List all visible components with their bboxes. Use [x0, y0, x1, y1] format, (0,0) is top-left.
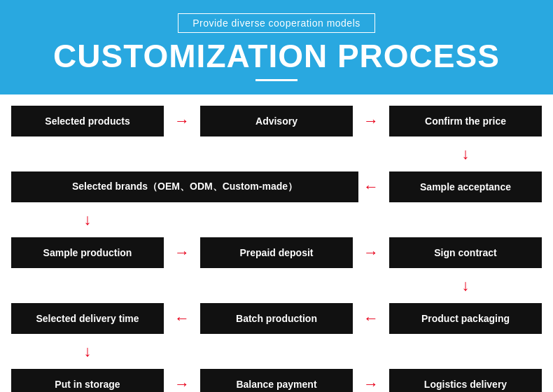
cell-r3c2: Prepaid deposit	[195, 233, 358, 272]
cell-r3-arrow2: →	[358, 233, 384, 272]
cell-arrow-spacer-6	[169, 272, 195, 299]
cell-arrow-down-3: ↓	[384, 272, 547, 299]
cell-arrow-spacer-10	[195, 338, 358, 365]
arrow-down-4: ↓	[11, 342, 164, 360]
cell-r1-arrow1: →	[169, 102, 195, 141]
arrow-left-2: ←	[175, 303, 189, 334]
header: Provide diverse cooperation models CUSTO…	[0, 0, 553, 94]
box-sign-contract: Sign contract	[389, 237, 542, 268]
cell-r1-arrow2: →	[358, 102, 384, 141]
cell-r4-arrow2: ←	[358, 299, 384, 338]
cell-r5c3: Logistics delivery	[384, 365, 547, 392]
cell-r2-arrow: ←	[358, 167, 384, 206]
box-batch-production: Batch production	[200, 303, 353, 334]
box-balance-payment: Balance payment	[200, 369, 353, 392]
arrow-left-1: ←	[364, 172, 378, 202]
box-advisory: Advisory	[200, 106, 353, 136]
cell-r1c3: Confirm the price	[384, 102, 547, 141]
cell-arrow-spacer-9	[169, 338, 195, 365]
cell-r5-arrow2: →	[358, 365, 384, 392]
cell-arrow-spacer-11	[358, 338, 384, 365]
cell-arrow-down-2: ↓	[6, 206, 169, 233]
cell-arrow-spacer-12	[384, 338, 547, 365]
cell-arrow-spacer-4	[384, 206, 547, 233]
cell-r1c2: Advisory	[195, 102, 358, 141]
cell-arrow-spacer-1	[169, 206, 195, 233]
cell-arrow-down-4: ↓	[6, 338, 169, 365]
cell-r5-arrow1: →	[169, 365, 195, 392]
arrow-right-5: →	[175, 369, 189, 392]
box-sample-production: Sample production	[11, 237, 164, 268]
cell-r3c3: Sign contract	[384, 233, 547, 272]
box-selected-delivery-time: Selected delivery time	[11, 303, 164, 334]
cell-r4c3: Product packaging	[384, 299, 547, 338]
cell-arrow-down-1: ↓	[384, 141, 547, 167]
cell-r2c3: Sample acceptance	[384, 167, 547, 206]
arrow-down-1: ↓	[389, 145, 542, 163]
arrow-right-4: →	[364, 237, 378, 268]
cell-arrow-spacer-8	[358, 272, 384, 299]
arrow-down-3: ↓	[389, 276, 542, 295]
box-put-in-storage: Put in storage	[11, 369, 164, 392]
cell-r2-wide: Selected brands（OEM、ODM、Custom-made）	[6, 167, 358, 206]
cell-arrow-spacer-3	[358, 206, 384, 233]
title-underline	[255, 79, 298, 81]
cell-r5c1: Put in storage	[6, 365, 169, 392]
main-title: CUSTOMIZATION PROCESS	[53, 38, 500, 74]
box-selected-products: Selected products	[11, 106, 164, 136]
cell-r1c1: Selected products	[6, 102, 169, 141]
flow-grid: Selected products → Advisory → Confirm t…	[6, 102, 547, 392]
cell-r4c1: Selected delivery time	[6, 299, 169, 338]
box-confirm-price: Confirm the price	[389, 106, 542, 136]
subtitle-box: Provide diverse cooperation models	[178, 13, 375, 33]
cell-r5c2: Balance payment	[195, 365, 358, 392]
cell-r4-arrow1: ←	[169, 299, 195, 338]
arrow-right-6: →	[364, 369, 378, 392]
box-sample-acceptance: Sample acceptance	[389, 172, 542, 202]
arrow-right-1: →	[175, 106, 189, 136]
arrow-right-2: →	[364, 106, 378, 136]
arrow-left-3: ←	[364, 303, 378, 334]
box-selected-brands: Selected brands（OEM、ODM、Custom-made）	[11, 172, 358, 202]
box-prepaid-deposit: Prepaid deposit	[200, 237, 353, 268]
box-logistics-delivery: Logistics delivery	[389, 369, 542, 392]
arrow-down-2: ↓	[11, 211, 164, 229]
content-area: Selected products → Advisory → Confirm t…	[0, 94, 553, 392]
cell-r4c2: Batch production	[195, 299, 358, 338]
subtitle-text: Provide diverse cooperation models	[192, 18, 360, 29]
cell-arrow-spacer-2	[195, 206, 358, 233]
arrow-right-3: →	[175, 237, 189, 268]
box-product-packaging: Product packaging	[389, 303, 542, 334]
cell-r3c1: Sample production	[6, 233, 169, 272]
cell-arrow-spacer-5	[6, 272, 169, 299]
cell-arrow-spacer-7	[195, 272, 358, 299]
cell-r3-arrow1: →	[169, 233, 195, 272]
